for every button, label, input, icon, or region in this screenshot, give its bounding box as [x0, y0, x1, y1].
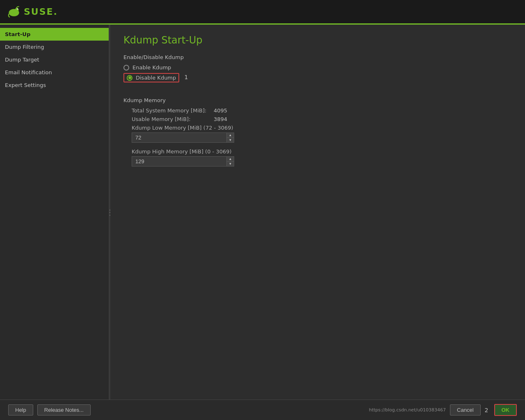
- high-memory-up-btn[interactable]: ▲: [227, 157, 234, 162]
- high-memory-down-btn[interactable]: ▼: [227, 162, 234, 166]
- kdump-radio-group: Enable Kdump Disable Kdump 1: [123, 64, 512, 85]
- step1-badge: 1: [184, 74, 188, 80]
- suse-logo: SUSE.: [7, 5, 58, 19]
- high-memory-spinner: ▲ ▼: [132, 156, 234, 167]
- low-memory-down-btn[interactable]: ▼: [227, 138, 234, 142]
- total-memory-value: 4095: [214, 107, 227, 114]
- bottombar-left: Help Release Notes...: [8, 404, 91, 415]
- main-layout: Start-Up Dump Filtering Dump Target Emai…: [0, 25, 525, 399]
- radio-disable-kdump[interactable]: Disable Kdump: [123, 73, 179, 82]
- low-memory-spinner: ▲ ▼: [132, 132, 234, 143]
- sidebar-item-startup[interactable]: Start-Up: [0, 28, 109, 41]
- radio-circle-disable: [127, 75, 132, 81]
- low-memory-input[interactable]: [132, 132, 227, 143]
- help-button[interactable]: Help: [8, 404, 33, 415]
- radio-enable-kdump[interactable]: Enable Kdump: [123, 64, 512, 71]
- release-notes-button[interactable]: Release Notes...: [37, 404, 91, 415]
- suse-logo-text: SUSE.: [24, 7, 58, 17]
- suse-logo-icon: [7, 5, 21, 19]
- low-memory-label: Kdump Low Memory [MiB] (72 - 3069): [132, 125, 512, 131]
- sidebar-item-dump-target[interactable]: Dump Target: [0, 53, 109, 66]
- sidebar: Start-Up Dump Filtering Dump Target Emai…: [0, 25, 109, 399]
- high-memory-label: Kdump High Memory [MiB] (0 - 3069): [132, 148, 512, 155]
- url-text: https://blog.csdn.net/u010383467: [369, 407, 446, 413]
- cancel-button[interactable]: Cancel: [450, 404, 480, 415]
- radio-label-disable: Disable Kdump: [136, 75, 176, 81]
- radio-label-enable: Enable Kdump: [132, 64, 171, 71]
- memory-section: Kdump Memory Total System Memory [MiB]: …: [123, 97, 512, 172]
- total-memory-row: Total System Memory [MiB]: 4095: [123, 107, 512, 114]
- ok-button[interactable]: OK: [494, 404, 517, 416]
- sidebar-item-email-notification[interactable]: Email Notification: [0, 66, 109, 79]
- sidebar-item-dump-filtering[interactable]: Dump Filtering: [0, 41, 109, 53]
- step2-badge: 2: [485, 407, 488, 413]
- usable-memory-row: Usable Memory [MiB]: 3894: [123, 116, 512, 122]
- content-area: Kdump Start-Up Enable/Disable Kdump Enab…: [110, 25, 525, 399]
- low-memory-up-btn[interactable]: ▲: [227, 133, 234, 138]
- low-memory-group: Kdump Low Memory [MiB] (72 - 3069) ▲ ▼: [123, 125, 512, 143]
- svg-point-3: [18, 8, 18, 9]
- high-memory-group: Kdump High Memory [MiB] (0 - 3069) ▲ ▼: [123, 148, 512, 167]
- bottombar: Help Release Notes... https://blog.csdn.…: [0, 399, 525, 420]
- enable-disable-label: Enable/Disable Kdump: [123, 54, 512, 60]
- bottombar-right: https://blog.csdn.net/u010383467 Cancel …: [369, 404, 517, 416]
- sidebar-item-expert-settings[interactable]: Expert Settings: [0, 79, 109, 91]
- radio-circle-enable: [123, 65, 129, 71]
- high-memory-input[interactable]: [132, 156, 227, 167]
- memory-section-title: Kdump Memory: [123, 97, 512, 103]
- topbar: SUSE.: [0, 0, 525, 25]
- usable-memory-key: Usable Memory [MiB]:: [132, 116, 214, 122]
- high-memory-spinner-buttons: ▲ ▼: [227, 156, 234, 167]
- low-memory-spinner-buttons: ▲ ▼: [227, 132, 234, 143]
- usable-memory-value: 3894: [214, 116, 227, 122]
- total-memory-key: Total System Memory [MiB]:: [132, 107, 214, 114]
- page-title: Kdump Start-Up: [123, 34, 512, 46]
- svg-point-1: [15, 8, 19, 11]
